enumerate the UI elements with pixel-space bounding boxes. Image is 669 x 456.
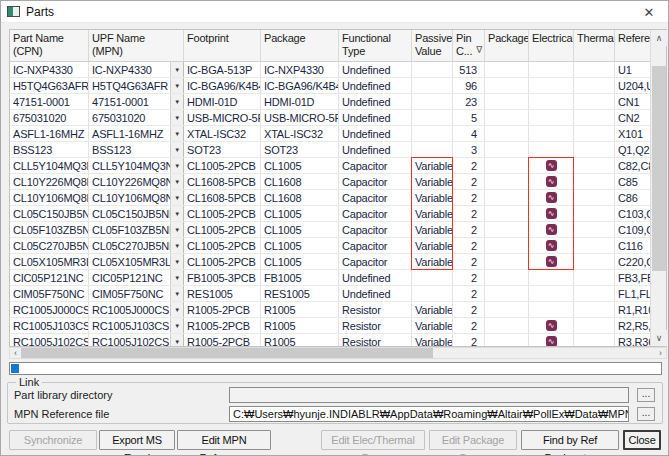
cell-mpn[interactable]: CL10Y106MQ8NRNC▼ (89, 190, 184, 205)
dropdown-arrow-icon[interactable]: ▼ (170, 94, 183, 109)
horizontal-scrollbar-thumb[interactable] (21, 348, 433, 358)
table-row[interactable]: CLL5Y104MQ3NLNCCLL5Y104MQ3NLNC▼CL1005-2P… (10, 158, 652, 174)
table-row[interactable]: CL05F103ZB5NNNCCL05F103ZB5NNNC▼CL1005-2P… (10, 222, 652, 238)
close-window-button[interactable]: ✕ (640, 3, 658, 21)
electrical-property-icon[interactable]: ∿ (546, 192, 557, 203)
find-by-ref-designator-button[interactable]: Find by Ref Designator (521, 430, 619, 450)
cell-mpn[interactable]: CIC05P121NC▼ (89, 270, 184, 285)
table-row[interactable]: RC1005J102CSRC1005J102CS▼R1005-2PCBR1005… (10, 334, 652, 346)
table-row[interactable]: BSS123BSS123▼SOT23SOT23Undefined3Q1,Q2, (10, 142, 652, 158)
table-row[interactable]: 675031020675031020▼USB-MICRO-5PUSB-MICRO… (10, 110, 652, 126)
electrical-property-icon[interactable]: ∿ (546, 336, 557, 346)
horizontal-scrollbar[interactable]: ‹ › (9, 347, 667, 359)
dropdown-arrow-icon[interactable]: ▼ (170, 206, 183, 221)
electrical-property-icon[interactable]: ∿ (546, 208, 557, 219)
dropdown-arrow-icon[interactable]: ▼ (170, 190, 183, 205)
cell-mpn[interactable]: 47151-0001▼ (89, 94, 184, 109)
cell-mpn[interactable]: IC-NXP4330▼ (89, 62, 184, 77)
browse-part-library-button[interactable]: ... (637, 388, 655, 402)
column-header-thermal[interactable]: Thermal (574, 30, 615, 61)
vertical-scrollbar[interactable]: ∧ ∨ (650, 30, 666, 346)
dropdown-arrow-icon[interactable]: ▼ (170, 254, 183, 269)
cell-mpn[interactable]: CL05C270JB5NNWC▼ (89, 238, 184, 253)
cell-mpn[interactable]: CLL5Y104MQ3NLNC▼ (89, 158, 184, 173)
cell-mpn[interactable]: RC1005J103CS▼ (89, 318, 184, 333)
cell-functional_type: Capacitor (339, 254, 412, 269)
dropdown-arrow-icon[interactable]: ▼ (170, 222, 183, 237)
table-row[interactable]: H5TQ4G63AFRH5TQ4G63AFR▼IC-BGA96/K4B4G1IC… (10, 78, 652, 94)
table-row[interactable]: CL05X105MR3LNNHCL05X105MR3LNNH▼CL1005-2P… (10, 254, 652, 270)
cell-mpn[interactable]: RC1005J000CS▼ (89, 302, 184, 317)
cell-mpn[interactable]: H5TQ4G63AFR▼ (89, 78, 184, 93)
cell-mpn[interactable]: CL05X105MR3LNNH▼ (89, 254, 184, 269)
table-row[interactable]: CL05C150JB5NNNDCL05C150JB5NNND▼CL1005-2P… (10, 206, 652, 222)
cell-passive_value: Variable (412, 318, 453, 333)
dropdown-arrow-icon[interactable]: ▼ (170, 62, 183, 77)
dropdown-arrow-icon[interactable]: ▼ (170, 126, 183, 141)
dropdown-arrow-icon[interactable]: ▼ (170, 286, 183, 301)
dropdown-arrow-icon[interactable]: ▼ (170, 142, 183, 157)
column-header-mpn[interactable]: UPF Name (MPN) (89, 30, 184, 61)
browse-mpn-reference-button[interactable]: ... (637, 407, 655, 421)
electrical-property-icon[interactable]: ∿ (546, 160, 557, 171)
export-ms-excel-button[interactable]: Export MS Excel (99, 430, 175, 450)
cell-thermal (574, 78, 615, 93)
table-row[interactable]: CIC05P121NCCIC05P121NC▼FB1005-3PCBFB1005… (10, 270, 652, 286)
vertical-scrollbar-thumb[interactable] (652, 66, 666, 271)
dropdown-arrow-icon[interactable]: ▼ (170, 158, 183, 173)
electrical-property-icon[interactable]: ∿ (546, 240, 557, 251)
table-row[interactable]: CL10Y106MQ8NRNCCL10Y106MQ8NRNC▼CL1608-5P… (10, 190, 652, 206)
scroll-up-icon[interactable]: ∧ (651, 30, 667, 46)
table-row[interactable]: RC1005J000CSRC1005J000CS▼R1005-2PCBR1005… (10, 302, 652, 318)
column-header-electrical[interactable]: Electrical (529, 30, 574, 61)
cell-mpn[interactable]: RC1005J102CS▼ (89, 334, 184, 346)
cell-mpn[interactable]: CIM05F750NC▼ (89, 286, 184, 301)
dropdown-arrow-icon[interactable]: ▼ (170, 78, 183, 93)
table-row[interactable]: CL10Y226MQ8NRNCCL10Y226MQ8NRNC▼CL1608-5P… (10, 174, 652, 190)
column-header-reference[interactable]: Refere (615, 30, 652, 61)
dropdown-arrow-icon[interactable]: ▼ (170, 174, 183, 189)
edit-package-geom-button[interactable]: Edit Package Geom (429, 430, 517, 450)
electrical-property-icon[interactable]: ∿ (546, 256, 557, 267)
scroll-down-icon[interactable]: ∨ (651, 330, 667, 346)
electrical-property-icon[interactable]: ∿ (546, 176, 557, 187)
column-header-passive_value[interactable]: Passive Value (412, 30, 453, 61)
table-row[interactable]: ASFL1-16MHZASFL1-16MHZ▼XTAL-ISC32XTAL-IS… (10, 126, 652, 142)
mpn-combo-value: RC1005J103CS (89, 318, 170, 333)
dropdown-arrow-icon[interactable]: ▼ (170, 238, 183, 253)
synchronize-button[interactable]: Synchronize (9, 430, 97, 450)
cell-mpn[interactable]: ASFL1-16MHZ▼ (89, 126, 184, 141)
column-header-package_geom[interactable]: Package (485, 30, 529, 61)
column-header-cpn[interactable]: Part Name (CPN) (10, 30, 89, 61)
table-row[interactable]: IC-NXP4330IC-NXP4330▼IC-BGA-513PIC-NXP43… (10, 62, 652, 78)
mpn-reference-file-input[interactable]: C:₩Users₩hyunje.INDIABLR₩AppData₩Roaming… (229, 406, 629, 422)
column-header-footprint[interactable]: Footprint (184, 30, 261, 61)
cell-mpn[interactable]: CL05F103ZB5NNNC▼ (89, 222, 184, 237)
column-header-package[interactable]: Package (261, 30, 339, 61)
column-header-pin_count[interactable]: Pin C...∇ (453, 30, 485, 61)
column-header-functional_type[interactable]: Functional Type (339, 30, 412, 61)
cell-functional_type: Undefined (339, 142, 412, 157)
dropdown-arrow-icon[interactable]: ▼ (170, 270, 183, 285)
table-row[interactable]: CL05C270JB5NNWCCL05C270JB5NNWC▼CL1005-2P… (10, 238, 652, 254)
edit-mpn-reference-button[interactable]: Edit MPN Reference (177, 430, 271, 450)
close-button[interactable]: Close (623, 430, 661, 450)
dropdown-arrow-icon[interactable]: ▼ (170, 318, 183, 333)
edit-elec-thermal-prop-button[interactable]: Edit Elec/Thermal Prop (321, 430, 425, 450)
dropdown-arrow-icon[interactable]: ▼ (170, 302, 183, 317)
table-row[interactable]: CIM05F750NCCIM05F750NC▼RES1005RES1005Und… (10, 286, 652, 302)
cell-mpn[interactable]: CL05C150JB5NNND▼ (89, 206, 184, 221)
cell-mpn[interactable]: BSS123▼ (89, 142, 184, 157)
cell-mpn[interactable]: 675031020▼ (89, 110, 184, 125)
table-row[interactable]: RC1005J103CSRC1005J103CS▼R1005-2PCBR1005… (10, 318, 652, 334)
electrical-property-icon[interactable]: ∿ (546, 224, 557, 235)
scroll-right-icon[interactable]: › (655, 348, 666, 358)
mpn-combo-value: ASFL1-16MHZ (89, 126, 170, 141)
dropdown-arrow-icon[interactable]: ▼ (170, 110, 183, 125)
scroll-left-icon[interactable]: ‹ (10, 348, 21, 358)
part-library-directory-input[interactable] (229, 387, 629, 403)
cell-mpn[interactable]: CL10Y226MQ8NRNC▼ (89, 174, 184, 189)
electrical-property-icon[interactable]: ∿ (546, 320, 557, 331)
dropdown-arrow-icon[interactable]: ▼ (170, 334, 183, 346)
table-row[interactable]: 47151-000147151-0001▼HDMI-01DHDMI-01DUnd… (10, 94, 652, 110)
